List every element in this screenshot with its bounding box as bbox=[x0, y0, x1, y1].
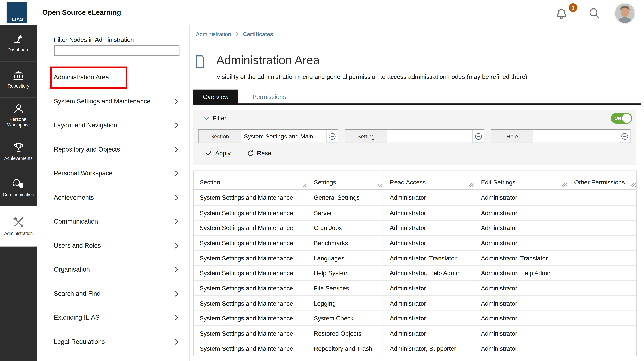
avatar-image bbox=[615, 4, 635, 23]
search-button[interactable] bbox=[588, 8, 600, 20]
remove-role-filter-button[interactable] bbox=[618, 130, 630, 142]
table-cell: Administrator bbox=[384, 206, 475, 220]
tree-item[interactable]: Legal Regulations bbox=[54, 330, 180, 354]
tree-item[interactable]: Extending ILIAS bbox=[54, 306, 180, 330]
tree-item[interactable]: Administration Area bbox=[54, 65, 180, 89]
table-cell: Languages bbox=[308, 251, 384, 265]
tree-item-label: Search and Find bbox=[54, 290, 100, 297]
table-cell: Administrator bbox=[384, 221, 475, 235]
table-header-cell[interactable]: Section bbox=[194, 171, 308, 188]
table-header-label: Edit Settings bbox=[481, 179, 516, 186]
table-cell: System Settings and Maintenance bbox=[194, 190, 308, 205]
tree-item-label: Extending ILIAS bbox=[54, 314, 100, 322]
search-icon bbox=[588, 8, 600, 20]
table-cell: Administrator bbox=[475, 206, 568, 220]
table-header-cell[interactable]: Edit Settings bbox=[475, 171, 568, 188]
filter-collapse-toggle[interactable]: Filter bbox=[203, 114, 226, 122]
screen: ILIAS Open Source eLearning 1 bbox=[0, 0, 644, 361]
tree-item[interactable]: Search and Find bbox=[54, 282, 180, 306]
page-title: Administration Area bbox=[216, 54, 320, 67]
apply-button[interactable]: Apply bbox=[206, 150, 231, 156]
column-resize-handle[interactable] bbox=[562, 183, 567, 188]
table-cell bbox=[568, 190, 637, 205]
sidebar-item-repository[interactable]: Repository bbox=[0, 62, 37, 98]
breadcrumb-administration[interactable]: Administration bbox=[196, 31, 231, 37]
sidebar-item-communication[interactable]: Communication bbox=[0, 170, 37, 206]
filter-field-role: Role bbox=[491, 130, 630, 143]
tree-item-label: Repository and Objects bbox=[54, 146, 120, 153]
table-row: System Settings and Maintenance Help Sys… bbox=[194, 265, 636, 280]
column-resize-handle[interactable] bbox=[302, 183, 306, 188]
table-cell: System Settings and Maintenance bbox=[194, 266, 308, 280]
tree-item[interactable]: Personal Workspace bbox=[54, 162, 180, 186]
bank-icon bbox=[12, 70, 24, 81]
table-cell: Administrator bbox=[475, 221, 568, 235]
table-header-cell[interactable]: Settings bbox=[308, 171, 384, 188]
bell-icon bbox=[555, 6, 568, 20]
table-cell bbox=[568, 251, 637, 265]
table-cell: Administrator bbox=[475, 236, 568, 250]
sidebar-item-label: Achievements bbox=[3, 156, 34, 162]
table-cell: Administrator bbox=[384, 190, 475, 205]
table-cell: Administrator, Supporter bbox=[384, 342, 475, 356]
sidebar-item-personal-workspace[interactable]: Personal Workspace bbox=[0, 98, 37, 134]
tree-item-label: Personal Workspace bbox=[54, 170, 112, 177]
page-subtitle: Visibility of the administration menu an… bbox=[216, 73, 527, 80]
table-cell: System Settings and Maintenance bbox=[194, 206, 308, 220]
table-cell: Server bbox=[308, 206, 384, 220]
notifications-button[interactable]: 1 bbox=[555, 6, 578, 21]
minus-circle-icon bbox=[621, 133, 628, 140]
chevron-right-icon bbox=[174, 338, 179, 346]
tree-item[interactable]: Repository and Objects bbox=[54, 138, 180, 162]
reset-button[interactable]: Reset bbox=[247, 150, 273, 156]
column-resize-handle[interactable] bbox=[469, 183, 474, 188]
chevron-right-icon bbox=[174, 170, 179, 177]
remove-setting-filter-button[interactable] bbox=[472, 130, 484, 142]
tree-item-label: Layout and Navigation bbox=[54, 122, 117, 129]
sidebar-item-label: Administration bbox=[3, 231, 34, 236]
sidebar-item-label: Communication bbox=[2, 192, 36, 198]
tab-permissions[interactable]: Permissions bbox=[243, 90, 295, 104]
table-row: System Settings and Maintenance Restored… bbox=[194, 326, 636, 340]
tree-item[interactable]: Layout and Navigation bbox=[54, 113, 180, 137]
sidebar-item-achievements[interactable]: Achievements bbox=[0, 134, 37, 170]
table-cell bbox=[568, 311, 637, 326]
chevron-right-icon bbox=[174, 146, 179, 153]
ilias-logo[interactable]: ILIAS bbox=[6, 2, 27, 24]
breadcrumb-certificates[interactable]: Certificates bbox=[243, 31, 273, 37]
role-filter-input[interactable] bbox=[534, 130, 618, 142]
remove-section-filter-button[interactable] bbox=[326, 130, 338, 142]
tab-overview[interactable]: Overview bbox=[194, 90, 238, 104]
avatar[interactable] bbox=[614, 3, 635, 24]
sidebar-item-administration[interactable]: Administration bbox=[0, 206, 37, 246]
breadcrumb-chevron-icon bbox=[235, 31, 239, 37]
filter-on-toggle[interactable]: ON bbox=[611, 113, 632, 124]
tree-item[interactable]: Communication bbox=[54, 210, 180, 234]
tree-filter-input[interactable] bbox=[54, 45, 180, 56]
table-cell: Administrator, Help Admin bbox=[475, 266, 568, 280]
table-cell: Logging bbox=[308, 296, 384, 310]
lamp-icon bbox=[13, 34, 24, 45]
tree-item[interactable]: Users and Roles bbox=[54, 234, 180, 258]
table-header-cell[interactable]: Read Access bbox=[384, 171, 475, 188]
section-filter-input[interactable] bbox=[241, 130, 326, 142]
column-resize-handle[interactable] bbox=[631, 183, 636, 188]
table-cell: Administrator bbox=[384, 296, 475, 310]
setting-filter-input[interactable] bbox=[387, 130, 472, 142]
table-cell: Administrator bbox=[384, 281, 475, 295]
table-header-cell[interactable]: Other Permissions bbox=[568, 171, 637, 188]
tree-item[interactable]: Organisation bbox=[54, 258, 180, 282]
chevron-right-icon bbox=[174, 122, 179, 129]
tree-item[interactable]: Achievements bbox=[54, 186, 180, 210]
filter-field-label: Role bbox=[491, 130, 534, 142]
sidebar-item-dashboard[interactable]: Dashboard bbox=[0, 26, 37, 62]
tree-item[interactable]: System Settings and Maintenance bbox=[54, 89, 180, 113]
filter-field-setting: Setting bbox=[344, 130, 484, 143]
tree-item-label: Administration Area bbox=[54, 74, 109, 81]
table-cell: Administrator, Help Admin bbox=[384, 266, 475, 280]
table-header-label: Settings bbox=[314, 179, 336, 186]
minus-circle-icon bbox=[329, 133, 335, 140]
chevron-right-icon bbox=[174, 218, 179, 225]
column-resize-handle[interactable] bbox=[378, 183, 382, 188]
table-cell bbox=[568, 326, 637, 340]
